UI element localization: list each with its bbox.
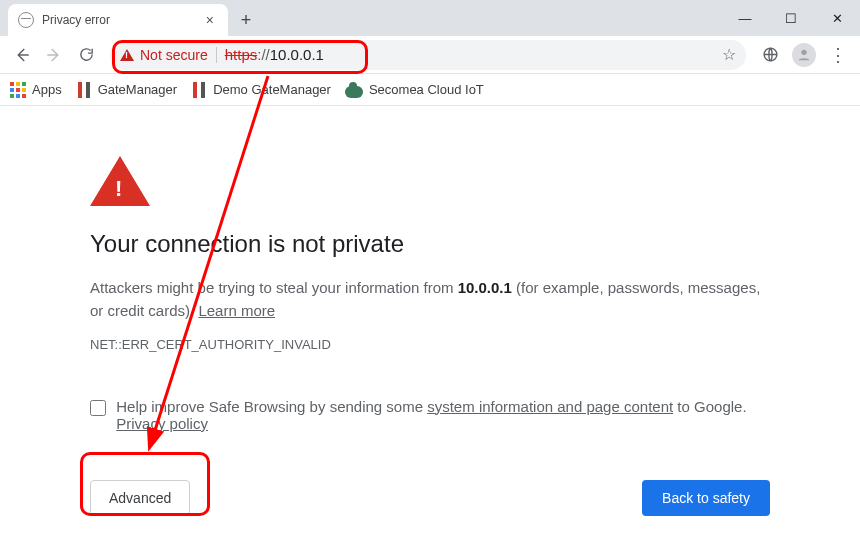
safe-browsing-opt-in: Help improve Safe Browsing by sending so… <box>90 398 770 432</box>
warning-illustration-icon <box>90 156 150 206</box>
not-secure-label: Not secure <box>140 47 208 63</box>
bookmark-label: Demo GateManager <box>213 82 331 97</box>
divider <box>216 47 217 63</box>
gatemanager-bookmark[interactable]: GateManager <box>76 82 178 98</box>
reload-button[interactable] <box>72 41 100 69</box>
browser-tab[interactable]: Privacy error × <box>8 4 228 36</box>
privacy-error-page: Your connection is not private Attackers… <box>0 106 860 534</box>
apps-grid-icon <box>10 82 26 98</box>
learn-more-link[interactable]: Learn more <box>198 302 275 319</box>
arrow-left-icon <box>13 46 31 64</box>
demo-gatemanager-bookmark[interactable]: Demo GateManager <box>191 82 331 98</box>
forward-button <box>40 41 68 69</box>
menu-button[interactable]: ⋮ <box>824 41 852 69</box>
window-titlebar: Privacy error × + — ☐ ✕ <box>0 0 860 36</box>
new-tab-button[interactable]: + <box>232 6 260 34</box>
browser-toolbar: Not secure https://10.0.0.1 ☆ ⋮ <box>0 36 860 74</box>
svg-point-1 <box>801 49 806 54</box>
profile-button[interactable] <box>790 41 818 69</box>
cloud-icon <box>345 86 363 98</box>
secomea-cloud-bookmark[interactable]: Secomea Cloud IoT <box>345 82 484 97</box>
minimize-button[interactable]: — <box>722 0 768 36</box>
bookmark-label: Apps <box>32 82 62 97</box>
bookmarks-bar: Apps GateManager Demo GateManager Secome… <box>0 74 860 106</box>
window-controls: — ☐ ✕ <box>722 0 860 36</box>
reload-icon <box>78 46 95 63</box>
globe-outline-icon <box>762 46 779 63</box>
bookmark-star-icon[interactable]: ☆ <box>722 45 736 64</box>
security-indicator[interactable]: Not secure <box>120 47 208 63</box>
page-heading: Your connection is not private <box>90 230 770 258</box>
button-row: Advanced Back to safety <box>90 480 770 516</box>
system-info-link[interactable]: system information and page content <box>427 398 673 415</box>
maximize-button[interactable]: ☐ <box>768 0 814 36</box>
warning-description: Attackers might be trying to steal your … <box>90 276 770 323</box>
extension-icon[interactable] <box>756 41 784 69</box>
close-window-button[interactable]: ✕ <box>814 0 860 36</box>
back-to-safety-button[interactable]: Back to safety <box>642 480 770 516</box>
arrow-right-icon <box>45 46 63 64</box>
address-bar[interactable]: Not secure https://10.0.0.1 ☆ <box>110 40 746 70</box>
advanced-button[interactable]: Advanced <box>90 480 190 516</box>
safe-browsing-text: Help improve Safe Browsing by sending so… <box>116 398 770 432</box>
bookmark-label: Secomea Cloud IoT <box>369 82 484 97</box>
bookmark-label: GateManager <box>98 82 178 97</box>
globe-icon <box>18 12 34 28</box>
error-code: NET::ERR_CERT_AUTHORITY_INVALID <box>90 337 770 352</box>
avatar-icon <box>792 43 816 67</box>
gatemanager-icon <box>76 82 92 98</box>
back-button[interactable] <box>8 41 36 69</box>
safe-browsing-checkbox[interactable] <box>90 399 106 417</box>
apps-bookmark[interactable]: Apps <box>10 82 62 98</box>
close-tab-icon[interactable]: × <box>202 12 218 28</box>
warning-triangle-icon <box>120 49 134 61</box>
gatemanager-icon <box>191 82 207 98</box>
privacy-policy-link[interactable]: Privacy policy <box>116 415 208 432</box>
tab-title: Privacy error <box>42 13 202 27</box>
url-text: https://10.0.0.1 <box>225 46 324 63</box>
